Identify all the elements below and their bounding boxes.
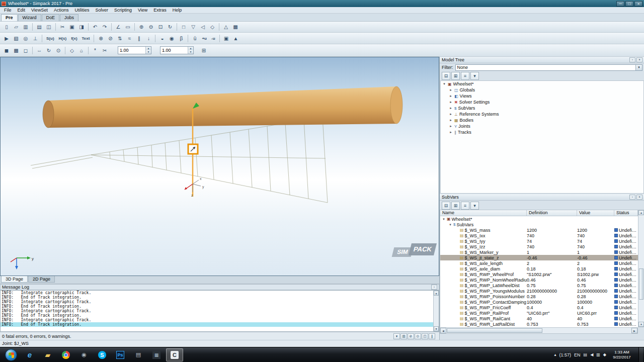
view-iso-icon[interactable]: ◇	[208, 23, 217, 32]
view-top-icon[interactable]: ▽	[189, 23, 198, 32]
expander-icon[interactable]: ▸	[449, 124, 453, 128]
subvar-tree-wheelset[interactable]: ▾ ▣ Wheelset*	[440, 216, 638, 222]
subvars-close-icon[interactable]: ×	[636, 195, 642, 200]
tree-filter-icon[interactable]: ▾	[470, 72, 479, 80]
tray-ime-icon[interactable]: ▤	[583, 352, 588, 357]
log-pause-icon[interactable]: ∥	[429, 333, 435, 339]
log-filter-icon[interactable]: ▾	[393, 333, 400, 339]
expander-icon[interactable]: ▸	[449, 106, 453, 110]
view-side-icon[interactable]: ◁	[198, 23, 207, 32]
subvar-row-ixx[interactable]: ▤ $_WS_Ixx 740 740 Undefined	[440, 233, 638, 238]
redo-icon[interactable]: ↷	[100, 23, 109, 32]
tray-network-icon[interactable]: ▥	[596, 352, 601, 357]
scale-y-input[interactable]	[160, 47, 188, 54]
remove-state-icon[interactable]: -u	[209, 34, 217, 43]
log-line[interactable]: INFO: End of Track integration.	[1, 322, 433, 327]
camera-icon[interactable]: ▣	[222, 34, 231, 43]
measure-angle-icon[interactable]: ∠	[114, 23, 123, 32]
hidden-line-icon[interactable]: ◻	[21, 46, 30, 55]
taskbar-app-photoshop[interactable]: Ps	[112, 348, 129, 361]
subvar-row-marker-y[interactable]: ▤ $_WS_Marker_y 1 1 Undefined	[440, 249, 638, 255]
subvar-row-axle-diam[interactable]: ▤ $_WS_axle_diam 0.18 0.18 Undefined	[440, 266, 638, 272]
transfer-function-icon[interactable]: H(s)	[57, 34, 69, 43]
tree-item-tracks[interactable]: ▸ ∥ Tracks	[441, 129, 643, 135]
tray-volume-icon[interactable]: ◀	[590, 352, 594, 357]
beta-icon[interactable]: β	[177, 34, 186, 43]
menu-file[interactable]: File	[1, 7, 15, 14]
menu-solver[interactable]: Solver	[92, 7, 111, 14]
zoom-out-icon[interactable]: ⊖	[146, 23, 155, 32]
scroll-right-icon[interactable]: ▶	[631, 328, 637, 333]
rotate-view-icon[interactable]: ↻	[44, 46, 53, 55]
tab-2d-page[interactable]: 2D Page	[28, 276, 55, 283]
taskbar-app-skype[interactable]: S	[94, 348, 111, 361]
expander-icon[interactable]: ▸	[449, 118, 453, 122]
subvars-sort-icon[interactable]: ≡	[461, 202, 469, 210]
cut-icon[interactable]: ✂	[58, 23, 67, 32]
chevron-down-icon[interactable]: ▼	[635, 65, 642, 70]
subvar-tree-subvars[interactable]: ▾ $ SubVars	[440, 222, 638, 227]
menu-view[interactable]: View	[135, 7, 150, 14]
subvar-row-friccoeff[interactable]: ▤ $_WS_RWP_FricCoeff 0.4 0.4 Undefined	[440, 305, 638, 310]
force-element-icon[interactable]: ⇅	[115, 34, 124, 43]
snapshot-icon[interactable]: ◫	[44, 23, 53, 32]
subvar-row-latwheeldist[interactable]: ▤ $_WS_RWP_LatWheelDist 0.75 0.75 Undefi…	[440, 283, 638, 288]
zoom-in-icon[interactable]: ⊕	[137, 23, 146, 32]
scale-x-input[interactable]	[118, 47, 145, 54]
column-value[interactable]: Value	[577, 210, 614, 216]
start-button[interactable]	[1, 347, 21, 362]
subvar-row-axle-length[interactable]: ▤ $_WS_axle_length 2 2 Undefined	[440, 260, 638, 266]
tree-item-views[interactable]: ▸ ◧ Views	[441, 93, 643, 99]
expression-icon[interactable]: f(x)	[69, 34, 79, 43]
home-view-icon[interactable]: ⌂	[77, 46, 86, 55]
lights-icon[interactable]: *	[91, 46, 100, 55]
expander-icon[interactable]: ▾	[442, 82, 446, 86]
tree-item-joints[interactable]: ▸ Y Joints	[441, 123, 643, 129]
subvar-row-railprof[interactable]: ▤ $_WS_RWP_RailProf "UIC60.prr" UIC60.pr…	[440, 310, 638, 316]
log-line[interactable]: INFO: End of Track integration.	[1, 304, 433, 309]
subvars-float-icon[interactable]: ▫	[629, 195, 635, 200]
scale-y-stepper[interactable]: ▲▼	[188, 47, 193, 54]
tab-wizard[interactable]: Wizard	[18, 14, 41, 21]
minimize-button[interactable]: ─	[616, 1, 624, 7]
isometric-view-icon[interactable]: ◇	[67, 46, 76, 55]
tray-expand-icon[interactable]: ▴	[554, 352, 557, 357]
zoom-fit-icon[interactable]: ⊡	[156, 23, 165, 32]
tree-sort-icon[interactable]: ≡	[461, 72, 469, 80]
tree-item-reference-systems[interactable]: ▸ ⊥ Reference Systems	[441, 111, 643, 117]
log-save-icon[interactable]: ▥	[400, 333, 407, 339]
log-find-icon[interactable]: ⊙	[415, 333, 421, 339]
tree-item-bodies[interactable]: ▸ ▦ Bodies	[441, 117, 643, 123]
spring-icon[interactable]: ≈	[125, 34, 134, 43]
menu-utilities[interactable]: Utilities	[71, 7, 92, 14]
subvar-row-nomwheelradius[interactable]: ▤ $_WS_RWP_NomWheelRadius 0.46 0.46 Unde…	[440, 277, 638, 283]
subvar-row-contactdamping[interactable]: ▤ $_WS_RWP_ContactDamping 100000 100000 …	[440, 299, 638, 305]
taskbar-app-media[interactable]: ◉	[75, 348, 93, 361]
subvars-filter-icon[interactable]: ▾	[470, 202, 479, 210]
log-line[interactable]: INFO: Integrate cartographic Track.	[1, 291, 433, 295]
subvar-row-youngsmodulus[interactable]: ▤ $_WS_RWP_YoungsModulus 210000000000 21…	[440, 288, 638, 294]
column-name[interactable]: Name	[440, 210, 527, 216]
maximize-button[interactable]: □	[625, 1, 633, 7]
view-front-icon[interactable]: □	[179, 23, 188, 32]
gravity-icon[interactable]: ↓	[144, 34, 153, 43]
grid-settings-icon[interactable]: ⊞	[199, 46, 208, 55]
expander-icon[interactable]: ▾	[448, 223, 452, 227]
log-line[interactable]: INFO: Integrate cartographic Track.	[1, 318, 433, 322]
subvar-row-railcant[interactable]: ▤ $_WS_RWR_RailCant 40 40 Undefined	[440, 316, 638, 321]
tree-item-solver-settings[interactable]: ▸ ✖ Solver Settings	[441, 99, 643, 105]
substructure-icon[interactable]: ▲	[231, 34, 240, 43]
sensor-icon[interactable]: ◉	[167, 34, 176, 43]
joint-icon[interactable]: ⊗	[96, 34, 105, 43]
tray-action-center-icon[interactable]: ◆	[603, 352, 607, 357]
tab-jobs[interactable]: Jobs	[60, 14, 78, 21]
expander-icon[interactable]: ▸	[449, 88, 453, 92]
menu-help[interactable]: Help	[170, 7, 185, 14]
clip-plane-icon[interactable]: ✂	[100, 46, 109, 55]
text-tool-icon[interactable]: Text	[80, 34, 92, 43]
3d-scene[interactable]: x y z y	[1, 57, 439, 276]
zoom-window-icon[interactable]: ⊙	[54, 46, 63, 55]
taskbar-app-tools[interactable]: ▦	[148, 348, 165, 361]
rigid-body-icon[interactable]: ▧	[12, 34, 21, 43]
taskbar-app-explorer[interactable]: ▰	[39, 348, 56, 361]
